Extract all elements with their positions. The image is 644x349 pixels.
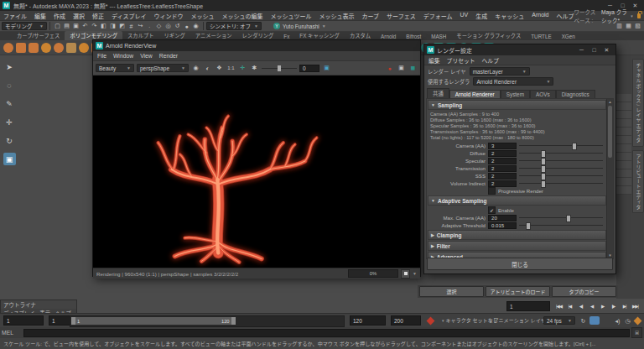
- step-forward-key-button[interactable]: ▶|: [619, 300, 630, 312]
- script-editor-icon[interactable]: ⌸: [631, 327, 642, 338]
- menu-ファイル[interactable]: ファイル: [3, 12, 27, 20]
- auto-keyframe-icon[interactable]: [634, 317, 642, 326]
- save-image-icon[interactable]: ▣: [322, 64, 331, 73]
- menu-メッシュの編集[interactable]: メッシュの編集: [222, 12, 263, 20]
- ipr-render-icon[interactable]: ◉: [191, 22, 200, 31]
- chevron-down-icon[interactable]: ▼: [413, 271, 417, 276]
- move-tool[interactable]: ✛: [3, 116, 16, 128]
- rotate-tool[interactable]: ↻: [3, 134, 16, 147]
- renderview-menu-render[interactable]: Render: [159, 53, 178, 59]
- menu-修正[interactable]: 修正: [92, 12, 104, 20]
- abort-render-icon[interactable]: ●: [385, 64, 394, 73]
- debug-shading-icon[interactable]: ❖: [215, 64, 224, 73]
- poly-plane-icon[interactable]: [66, 43, 76, 53]
- adaptive-sampling-section-header[interactable]: ▼Adaptive Sampling: [428, 195, 606, 206]
- exposure-field[interactable]: 0: [299, 65, 319, 72]
- command-language-label[interactable]: MEL: [2, 330, 22, 336]
- camera-dropdown[interactable]: perspShape▼: [137, 64, 189, 72]
- menu-ディスプレイ[interactable]: ディスプレイ: [112, 12, 147, 20]
- render-settings-tab-共通[interactable]: 共通: [427, 88, 449, 98]
- menu-メッシュツール[interactable]: メッシュツール: [271, 12, 312, 20]
- loop-mode-icon[interactable]: ↻: [579, 316, 588, 326]
- renderview-menu-file[interactable]: File: [97, 53, 106, 59]
- select-object-icon[interactable]: ◨: [108, 22, 117, 31]
- render-settings-tab-Arnold Renderer[interactable]: Arnold Renderer: [449, 90, 501, 98]
- attr-value-field[interactable]: 2: [488, 165, 517, 172]
- redo-icon[interactable]: ↷: [90, 22, 99, 31]
- attr-slider[interactable]: [519, 164, 605, 172]
- shelf-tab-TURTLE[interactable]: TURTLE: [526, 33, 556, 40]
- symmetry-dropdown[interactable]: シンメトリ: オフ▼: [206, 22, 262, 30]
- menu-Arnold[interactable]: Arnold: [532, 12, 548, 20]
- attr-slider[interactable]: [519, 214, 605, 221]
- animation-end-field[interactable]: 200: [391, 315, 421, 326]
- renderview-menu-view[interactable]: View: [140, 53, 153, 59]
- sidebar-toggle-icon[interactable]: ▥: [615, 22, 624, 31]
- minimize-button[interactable]: ─: [575, 45, 588, 55]
- menu-ヘルプ[interactable]: ヘルプ: [556, 12, 574, 20]
- scrollbar[interactable]: ▲▼: [606, 99, 613, 258]
- open-scene-icon[interactable]: ▤: [62, 22, 71, 31]
- snap-point-icon[interactable]: ∙: [145, 22, 154, 31]
- make-live-icon[interactable]: ◎: [164, 22, 173, 31]
- play-backward-button[interactable]: ◀: [586, 300, 597, 312]
- attr-value-field[interactable]: 3: [488, 143, 517, 149]
- snapshot-icon[interactable]: ◉: [191, 64, 200, 73]
- menu-キャッシュ[interactable]: キャッシュ: [495, 12, 524, 20]
- render-settings-menu[interactable]: ヘルプ: [482, 56, 499, 65]
- renderer-dropdown[interactable]: Arnold Renderer▼: [473, 77, 553, 86]
- poly-cone-icon[interactable]: [41, 43, 51, 53]
- construction-history-icon[interactable]: ↺: [173, 22, 182, 31]
- menu-編集[interactable]: 編集: [34, 12, 46, 20]
- snap-plane-icon[interactable]: ◇: [154, 22, 164, 31]
- section-header-filter[interactable]: ▶Filter: [428, 241, 606, 251]
- slider-handle[interactable]: [541, 180, 546, 188]
- attr-value-field[interactable]: 0.015: [488, 222, 517, 229]
- menu-UV[interactable]: UV: [460, 12, 469, 20]
- save-scene-icon[interactable]: ▣: [71, 22, 80, 31]
- snap-grid-icon[interactable]: #: [127, 22, 136, 31]
- render-settings-tab-System[interactable]: System: [501, 90, 530, 98]
- shelf-tab-MASH[interactable]: MASH: [426, 33, 451, 40]
- select-component-icon[interactable]: ◩: [117, 22, 127, 31]
- exposure-slider[interactable]: [262, 65, 297, 72]
- renderview-titlebar[interactable]: M Arnold RenderView: [93, 40, 420, 51]
- ae-button-タブのコピー[interactable]: タブのコピー: [552, 286, 616, 297]
- menu-選択[interactable]: 選択: [73, 12, 85, 20]
- go-to-end-button[interactable]: ▶▶|: [630, 300, 641, 312]
- sidebar-tab[interactable]: チャネル ボックス / レイヤ エディタ: [632, 59, 644, 147]
- shelf-tab-カーブ/サーフェス[interactable]: カーブ/サーフェス: [12, 31, 65, 40]
- render-settings-menu[interactable]: プリセット: [447, 56, 475, 65]
- progressive-render-checkbox[interactable]: [488, 187, 496, 195]
- ae-button-アトリビュートのロード[interactable]: アトリビュートのロード: [486, 286, 550, 297]
- playback-range-handle[interactable]: 1 120: [71, 317, 236, 325]
- section-header-clamping[interactable]: ▶Clamping: [428, 230, 606, 240]
- sidebar-tab[interactable]: アトリビュート エディタ: [632, 150, 644, 213]
- attr-value-field[interactable]: 2: [488, 158, 517, 164]
- attribute-editor-toggle-icon[interactable]: ▧: [633, 22, 642, 31]
- attr-slider[interactable]: [519, 157, 605, 164]
- attr-slider[interactable]: [519, 180, 605, 187]
- poly-disc-icon[interactable]: [79, 43, 89, 53]
- render-image[interactable]: [93, 76, 420, 268]
- stop-render-button[interactable]: [401, 269, 410, 279]
- poly-cube-icon[interactable]: [16, 43, 26, 53]
- menu-サーフェス[interactable]: サーフェス: [387, 12, 416, 20]
- go-to-start-button[interactable]: |◀◀: [553, 300, 564, 312]
- lasso-tool[interactable]: ◌: [3, 79, 16, 91]
- step-back-frame-button[interactable]: ◀|: [575, 300, 586, 312]
- aov-dropdown[interactable]: Beauty▼: [96, 64, 134, 72]
- playback-end-field[interactable]: 120: [350, 315, 386, 326]
- render-icon[interactable]: ●: [182, 22, 191, 31]
- attr-value-field[interactable]: 2: [488, 150, 517, 157]
- menu-カーブ[interactable]: カーブ: [362, 12, 380, 20]
- start-ipr-icon[interactable]: ◼: [408, 64, 418, 73]
- adaptive-enable-checkbox[interactable]: ✓: [488, 206, 496, 214]
- pause-render-icon[interactable]: ▣: [397, 64, 406, 73]
- menu-set-dropdown[interactable]: モデリング▼: [2, 22, 47, 30]
- attr-value-field[interactable]: 2: [488, 180, 517, 187]
- fps-dropdown[interactable]: 24 fps▼: [543, 316, 575, 325]
- command-input[interactable]: [23, 329, 630, 337]
- play-forward-button[interactable]: ▶: [597, 300, 608, 312]
- speaker-icon[interactable]: ◂): [613, 316, 622, 326]
